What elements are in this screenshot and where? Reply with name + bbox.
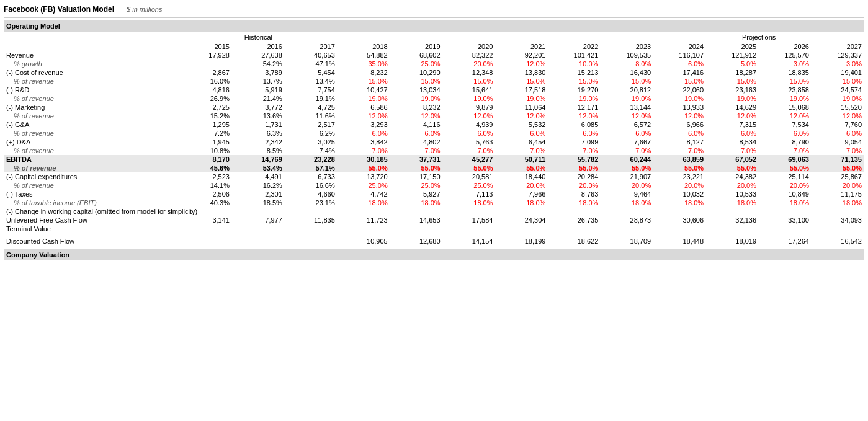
row-label: (-) G&A — [4, 120, 179, 129]
table-row: Terminal Value — [4, 224, 864, 233]
table-cell: 14.1% — [179, 181, 232, 190]
table-cell: 6.0% — [443, 129, 496, 138]
row-label: Discounted Cash Flow — [4, 237, 179, 246]
table-cell: 12.0% — [706, 112, 759, 120]
valuation-table: Historical Projections 2015 2016 2017 20… — [4, 33, 864, 246]
table-cell: 5,763 — [443, 138, 496, 146]
table-cell: 20.0% — [706, 181, 759, 190]
table-row: (-) Marketing2,7253,7724,7256,5868,2329,… — [4, 103, 864, 112]
year-2027: 2027 — [812, 42, 864, 51]
row-label: EBITDA — [4, 155, 179, 164]
table-cell: 16.2% — [232, 181, 285, 190]
table-cell: 20,812 — [601, 86, 653, 94]
row-label: (-) Taxes — [4, 190, 179, 198]
year-2017: 2017 — [285, 42, 338, 51]
table-cell: 6.0% — [338, 129, 390, 138]
table-cell: 54.2% — [232, 60, 285, 68]
table-cell: 129,337 — [812, 51, 864, 60]
table-cell: 7.0% — [601, 146, 653, 155]
table-cell: 23,858 — [759, 86, 812, 94]
table-cell — [390, 224, 443, 233]
row-label: % of revenue — [4, 77, 179, 86]
table-cell: 13,933 — [653, 103, 706, 112]
table-cell — [232, 224, 285, 233]
table-cell: 10,032 — [653, 190, 706, 198]
table-cell: 55.0% — [812, 164, 864, 172]
table-cell: 19.0% — [653, 94, 706, 103]
table-cell: 7.0% — [812, 146, 864, 155]
table-row: (+) D&A1,9452,3423,0253,8424,8025,7636,4… — [4, 138, 864, 146]
table-cell: 12.0% — [812, 112, 864, 120]
table-row: % of revenue15.2%13.6%11.6%12.0%12.0%12.… — [4, 112, 864, 120]
table-cell: 7,113 — [443, 190, 496, 198]
table-cell — [179, 237, 232, 246]
row-label: % of revenue — [4, 129, 179, 138]
table-cell: 15.0% — [653, 77, 706, 86]
table-cell: 20.0% — [601, 181, 653, 190]
table-cell: 18.0% — [812, 198, 864, 207]
table-cell: 14,769 — [232, 155, 285, 164]
year-2022: 2022 — [548, 42, 601, 51]
table-cell: 17,928 — [179, 51, 232, 60]
table-cell: 18.0% — [706, 198, 759, 207]
row-label: % of taxable income (EBIT) — [4, 198, 179, 207]
table-cell: 20,581 — [443, 172, 496, 181]
table-cell: 2,301 — [232, 190, 285, 198]
table-cell: 2,867 — [179, 68, 232, 77]
table-row: Revenue17,92827,63840,65354,88268,60282,… — [4, 51, 864, 60]
table-row: Unlevered Free Cash Flow3,1417,97711,835… — [4, 216, 864, 224]
table-cell: 116,107 — [653, 51, 706, 60]
year-2019: 2019 — [390, 42, 443, 51]
table-row: % of taxable income (EBIT)40.3%18.5%23.1… — [4, 198, 864, 207]
table-cell: 13.6% — [232, 112, 285, 120]
table-cell — [285, 237, 338, 246]
table-cell: 22,060 — [653, 86, 706, 94]
table-cell: 10,290 — [390, 68, 443, 77]
group-header-row: Historical Projections — [4, 33, 864, 42]
table-cell: 34,093 — [812, 216, 864, 224]
table-cell: 15,213 — [548, 68, 601, 77]
table-cell: 19.0% — [706, 94, 759, 103]
table-cell: 21.4% — [232, 94, 285, 103]
row-label: % of revenue — [4, 164, 179, 172]
table-cell: 3,789 — [232, 68, 285, 77]
table-cell: 15.2% — [179, 112, 232, 120]
table-cell: 20.0% — [812, 181, 864, 190]
table-cell: 14,154 — [443, 237, 496, 246]
table-cell: 6.0% — [653, 60, 706, 68]
table-cell: 4,725 — [285, 103, 338, 112]
table-cell: 2,517 — [285, 120, 338, 129]
table-cell: 15.0% — [601, 77, 653, 86]
table-cell: 5,454 — [285, 68, 338, 77]
table-cell: 17,416 — [653, 68, 706, 77]
table-cell: 40,653 — [285, 51, 338, 60]
table-cell: 11,175 — [812, 190, 864, 198]
table-cell: 26,735 — [548, 216, 601, 224]
table-cell: 1,945 — [179, 138, 232, 146]
table-cell: 18.0% — [495, 198, 548, 207]
table-cell: 53.4% — [232, 164, 285, 172]
table-cell: 12.0% — [759, 112, 812, 120]
table-cell: 11,723 — [338, 216, 390, 224]
table-cell: 4,802 — [390, 138, 443, 146]
table-cell: 11,835 — [285, 216, 338, 224]
table-cell: 25.0% — [390, 60, 443, 68]
row-label: % of revenue — [4, 94, 179, 103]
table-cell: 15.0% — [495, 77, 548, 86]
table-cell: 12,171 — [548, 103, 601, 112]
table-cell: 19.0% — [759, 94, 812, 103]
table-cell: 7.2% — [179, 129, 232, 138]
table-cell: 19.0% — [443, 94, 496, 103]
table-cell: 24,574 — [812, 86, 864, 94]
tgr-value — [666, 263, 864, 264]
table-cell: 7,760 — [812, 120, 864, 129]
table-cell: 6.0% — [759, 129, 812, 138]
table-cell: 2,523 — [179, 172, 232, 181]
table-cell: 8,170 — [179, 155, 232, 164]
table-cell: 7,315 — [706, 120, 759, 129]
year-2016: 2016 — [232, 42, 285, 51]
table-cell: 13.7% — [232, 77, 285, 86]
table-cell: 27,638 — [232, 51, 285, 60]
table-cell: 67,052 — [706, 155, 759, 164]
table-cell: 15.0% — [812, 77, 864, 86]
